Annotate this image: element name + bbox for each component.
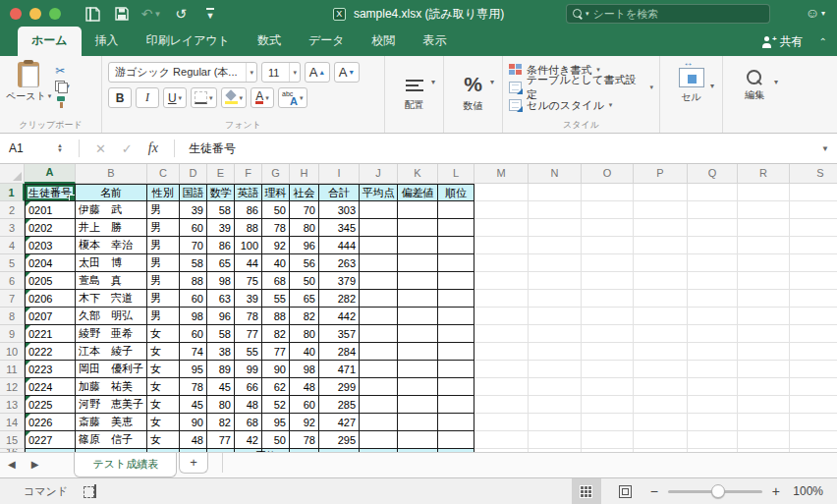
col-header-D[interactable]: D [180, 164, 207, 184]
cell-I3[interactable]: 345 [319, 219, 360, 237]
cell-P8[interactable] [634, 308, 688, 325]
cell-D14[interactable]: 90 [180, 414, 207, 431]
cell-O10[interactable] [582, 343, 634, 361]
cancel-entry-icon[interactable]: ✕ [95, 141, 106, 156]
cell-P7[interactable] [634, 290, 688, 308]
cell-Q3[interactable] [688, 219, 738, 237]
cell-A15[interactable]: 0227 [25, 431, 76, 449]
cell-M10[interactable] [474, 343, 529, 361]
cell-J2[interactable] [360, 201, 398, 219]
collapse-ribbon-button[interactable]: ⌃ [819, 36, 827, 47]
cell-O12[interactable] [582, 378, 634, 396]
cell-M15[interactable] [474, 431, 529, 449]
col-header-A[interactable]: A [25, 164, 76, 184]
col-header-J[interactable]: J [360, 164, 398, 184]
cell-B12[interactable]: 加藤 祐美 [76, 378, 147, 396]
cut-button[interactable]: ✂ [55, 64, 70, 77]
cell-D10[interactable]: 74 [180, 343, 207, 361]
cell-G11[interactable]: 90 [262, 361, 290, 378]
cell-L6[interactable] [438, 272, 474, 290]
cell-F13[interactable]: 48 [235, 396, 262, 414]
cell-J10[interactable] [360, 343, 398, 361]
cell-K2[interactable] [398, 201, 438, 219]
cell-S3[interactable] [790, 219, 837, 237]
search-scope-caret-icon[interactable]: ▾ [586, 10, 589, 18]
cell-M13[interactable] [474, 396, 529, 414]
cell-M16[interactable] [474, 449, 529, 452]
cell-G9[interactable]: 82 [262, 325, 290, 343]
cell-B13[interactable]: 河野 恵美子 [76, 396, 147, 414]
bold-button[interactable]: B [108, 87, 132, 108]
row-header-15[interactable]: 15 [0, 431, 25, 449]
cell-H6[interactable]: 50 [290, 272, 319, 290]
cell-S9[interactable] [790, 325, 837, 343]
cell-P11[interactable] [634, 361, 688, 378]
cell-L11[interactable] [438, 361, 474, 378]
search-input[interactable] [593, 8, 741, 20]
cell-O2[interactable] [582, 201, 634, 219]
cell-D7[interactable]: 60 [180, 290, 207, 308]
cell-C4[interactable]: 男 [147, 237, 180, 254]
cell-L12[interactable] [438, 378, 474, 396]
cell-H14[interactable]: 92 [290, 414, 319, 431]
editing-group[interactable]: ▾ 編集 [723, 56, 786, 133]
cell-B1[interactable]: 名前 [76, 184, 147, 201]
cell-J9[interactable] [360, 325, 398, 343]
cell-N13[interactable] [529, 396, 582, 414]
cell-B9[interactable]: 綾野 亜希 [76, 325, 147, 343]
cell-B10[interactable]: 江本 綾子 [76, 343, 147, 361]
cell-E7[interactable]: 63 [207, 290, 235, 308]
cell-Q15[interactable] [688, 431, 738, 449]
cell-C1[interactable]: 性別 [147, 184, 180, 201]
row-header-14[interactable]: 14 [0, 414, 25, 431]
row-header-11[interactable]: 11 [0, 361, 25, 378]
cell-K4[interactable] [398, 237, 438, 254]
cell-D2[interactable]: 39 [180, 201, 207, 219]
cell-C7[interactable]: 男 [147, 290, 180, 308]
cell-J1[interactable]: 平均点 [360, 184, 398, 201]
decrease-font-button[interactable]: A▼ [334, 62, 360, 83]
cell-L5[interactable] [438, 254, 474, 272]
cell-P9[interactable] [634, 325, 688, 343]
cell-L3[interactable] [438, 219, 474, 237]
row-header-10[interactable]: 10 [0, 343, 25, 361]
format-as-table-button[interactable]: テーブルとして書式設定▾ [509, 79, 653, 96]
cell-O11[interactable] [582, 361, 634, 378]
cell-C6[interactable]: 男 [147, 272, 180, 290]
cell-N11[interactable] [529, 361, 582, 378]
cell-B4[interactable]: 榎本 幸治 [76, 237, 147, 254]
cell-J6[interactable] [360, 272, 398, 290]
cell-F6[interactable]: 75 [235, 272, 262, 290]
cell-G14[interactable]: 95 [262, 414, 290, 431]
cell-M4[interactable] [474, 237, 529, 254]
cell-R6[interactable] [738, 272, 790, 290]
cell-N9[interactable] [529, 325, 582, 343]
cell-L14[interactable] [438, 414, 474, 431]
cell-R4[interactable] [738, 237, 790, 254]
cell-C3[interactable]: 男 [147, 219, 180, 237]
cell-J7[interactable] [360, 290, 398, 308]
cell-F5[interactable]: 44 [235, 254, 262, 272]
col-header-B[interactable]: B [76, 164, 147, 184]
name-box[interactable]: A1 [0, 141, 57, 155]
cell-J15[interactable] [360, 431, 398, 449]
cell-H15[interactable]: 78 [290, 431, 319, 449]
cell-A14[interactable]: 0226 [25, 414, 76, 431]
cell-L7[interactable] [438, 290, 474, 308]
cell-K14[interactable] [398, 414, 438, 431]
cell-F12[interactable]: 66 [235, 378, 262, 396]
cell-A13[interactable]: 0225 [25, 396, 76, 414]
cell-G1[interactable]: 理科 [262, 184, 290, 201]
cell-P5[interactable] [634, 254, 688, 272]
cell-C12[interactable]: 女 [147, 378, 180, 396]
cell-A8[interactable]: 0207 [25, 308, 76, 325]
cell-H7[interactable]: 65 [290, 290, 319, 308]
cell-R2[interactable] [738, 201, 790, 219]
cell-F9[interactable]: 77 [235, 325, 262, 343]
cell-F14[interactable]: 68 [235, 414, 262, 431]
cell-I4[interactable]: 444 [319, 237, 360, 254]
tab-ホーム[interactable]: ホーム [18, 27, 82, 56]
cell-O8[interactable] [582, 308, 634, 325]
cell-A7[interactable]: 0206 [25, 290, 76, 308]
col-header-H[interactable]: H [290, 164, 319, 184]
